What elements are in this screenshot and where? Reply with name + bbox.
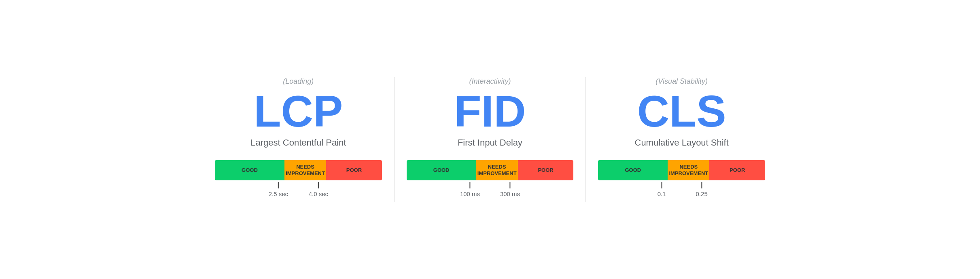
- lcp-segment-good: GOOD: [215, 160, 284, 180]
- lcp-markers-row: 2.5 sec4.0 sec: [215, 182, 382, 202]
- cls-segment-needs: NEEDSIMPROVEMENT: [668, 160, 709, 180]
- fid-scale-bar: GOODNEEDSIMPROVEMENTPOOR: [407, 160, 574, 180]
- fid-marker-0: 100 ms: [460, 182, 480, 197]
- metric-fid: (Interactivity)FIDFirst Input DelayGOODN…: [399, 77, 582, 202]
- fid-segment-needs: NEEDSIMPROVEMENT: [476, 160, 518, 180]
- fid-segment-poor: POOR: [518, 160, 574, 180]
- lcp-acronym: LCP: [254, 89, 343, 133]
- metric-lcp: (Loading)LCPLargest Contentful PaintGOOD…: [207, 77, 390, 202]
- cls-segment-label-good: GOOD: [625, 167, 641, 173]
- cls-segment-good: GOOD: [598, 160, 668, 180]
- fid-acronym: FID: [454, 89, 526, 133]
- cls-name: Cumulative Layout Shift: [635, 137, 729, 148]
- fid-marker-value-0: 100 ms: [460, 190, 480, 197]
- fid-marker-1: 300 ms: [500, 182, 520, 197]
- fid-marker-value-1: 300 ms: [500, 190, 520, 197]
- fid-segment-good: GOOD: [407, 160, 476, 180]
- lcp-segment-needs: NEEDSIMPROVEMENT: [284, 160, 326, 180]
- fid-markers-row: 100 ms300 ms: [407, 182, 574, 202]
- cls-scale-wrapper: GOODNEEDSIMPROVEMENTPOOR0.10.25: [598, 160, 765, 202]
- cls-marker-tick-0: [661, 182, 662, 188]
- divider-0: [394, 77, 395, 202]
- fid-segment-label-poor: POOR: [538, 167, 553, 173]
- lcp-marker-tick-1: [318, 182, 319, 188]
- lcp-marker-1: 4.0 sec: [309, 182, 328, 197]
- cls-segment-label-needs: NEEDSIMPROVEMENT: [669, 164, 708, 176]
- cls-marker-0: 0.1: [658, 182, 666, 197]
- divider-1: [585, 77, 586, 202]
- lcp-name: Largest Contentful Paint: [250, 137, 346, 148]
- cls-segment-poor: POOR: [709, 160, 765, 180]
- cls-marker-1: 0.25: [696, 182, 708, 197]
- cls-marker-tick-1: [701, 182, 702, 188]
- lcp-segment-label-needs: NEEDSIMPROVEMENT: [286, 164, 325, 176]
- cls-segment-label-poor: POOR: [730, 167, 745, 173]
- fid-scale-wrapper: GOODNEEDSIMPROVEMENTPOOR100 ms300 ms: [407, 160, 574, 202]
- fid-marker-tick-0: [469, 182, 470, 188]
- cls-markers-row: 0.10.25: [598, 182, 765, 202]
- main-container: (Loading)LCPLargest Contentful PaintGOOD…: [207, 77, 773, 202]
- lcp-subtitle: (Loading): [283, 77, 314, 86]
- cls-subtitle: (Visual Stability): [655, 77, 708, 86]
- metric-cls: (Visual Stability)CLSCumulative Layout S…: [590, 77, 773, 202]
- lcp-marker-value-0: 2.5 sec: [269, 190, 288, 197]
- lcp-segment-label-good: GOOD: [242, 167, 258, 173]
- lcp-scale-wrapper: GOODNEEDSIMPROVEMENTPOOR2.5 sec4.0 sec: [215, 160, 382, 202]
- fid-segment-label-good: GOOD: [433, 167, 450, 173]
- fid-name: First Input Delay: [458, 137, 522, 148]
- lcp-marker-0: 2.5 sec: [269, 182, 288, 197]
- fid-subtitle: (Interactivity): [469, 77, 511, 86]
- lcp-scale-bar: GOODNEEDSIMPROVEMENTPOOR: [215, 160, 382, 180]
- cls-scale-bar: GOODNEEDSIMPROVEMENTPOOR: [598, 160, 765, 180]
- lcp-segment-label-poor: POOR: [346, 167, 362, 173]
- cls-acronym: CLS: [637, 89, 726, 133]
- cls-marker-value-0: 0.1: [658, 190, 666, 197]
- lcp-marker-value-1: 4.0 sec: [309, 190, 328, 197]
- fid-marker-tick-1: [510, 182, 511, 188]
- cls-marker-value-1: 0.25: [696, 190, 708, 197]
- fid-segment-label-needs: NEEDSIMPROVEMENT: [477, 164, 517, 176]
- lcp-segment-poor: POOR: [326, 160, 382, 180]
- lcp-marker-tick-0: [278, 182, 279, 188]
